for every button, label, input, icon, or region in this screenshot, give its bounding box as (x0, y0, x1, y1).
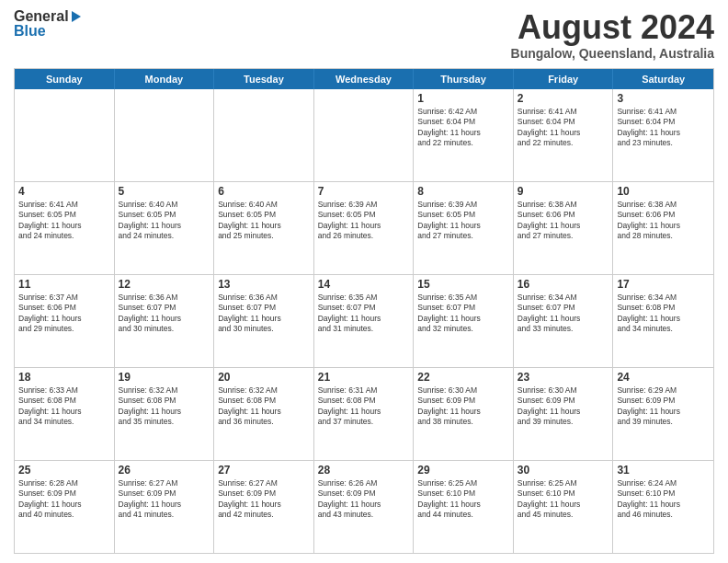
day-details: Sunrise: 6:40 AM Sunset: 6:05 PM Dayligh… (218, 200, 310, 242)
day-details: Sunrise: 6:27 AM Sunset: 6:09 PM Dayligh… (218, 478, 310, 521)
day-number: 14 (318, 278, 410, 291)
day-number: 31 (617, 464, 710, 477)
calendar-body: 1Sunrise: 6:42 AM Sunset: 6:04 PM Daylig… (15, 89, 713, 553)
calendar-cell: 30Sunrise: 6:25 AM Sunset: 6:10 PM Dayli… (514, 461, 614, 553)
calendar-header: SundayMondayTuesdayWednesdayThursdayFrid… (15, 69, 713, 89)
day-number: 15 (417, 278, 509, 291)
calendar-cell: 28Sunrise: 6:26 AM Sunset: 6:09 PM Dayli… (314, 461, 415, 553)
day-details: Sunrise: 6:39 AM Sunset: 6:05 PM Dayligh… (318, 200, 410, 242)
weekday-header-thursday: Thursday (414, 69, 514, 89)
day-number: 26 (119, 464, 210, 477)
day-details: Sunrise: 6:32 AM Sunset: 6:08 PM Dayligh… (218, 385, 310, 428)
day-number: 27 (218, 464, 310, 477)
calendar: SundayMondayTuesdayWednesdayThursdayFrid… (14, 68, 714, 554)
day-number: 24 (617, 371, 710, 384)
day-number: 25 (18, 464, 110, 477)
logo-blue-text: Blue (14, 24, 81, 39)
day-details: Sunrise: 6:31 AM Sunset: 6:08 PM Dayligh… (318, 385, 410, 428)
day-number: 20 (218, 371, 310, 384)
calendar-week-1: 1Sunrise: 6:42 AM Sunset: 6:04 PM Daylig… (15, 89, 713, 182)
day-number: 21 (318, 371, 410, 384)
day-details: Sunrise: 6:34 AM Sunset: 6:08 PM Dayligh… (617, 293, 710, 335)
calendar-cell: 14Sunrise: 6:35 AM Sunset: 6:07 PM Dayli… (314, 275, 415, 367)
day-number: 2 (518, 92, 609, 105)
day-number: 16 (518, 278, 609, 291)
day-number: 8 (417, 185, 509, 198)
calendar-cell: 24Sunrise: 6:29 AM Sunset: 6:09 PM Dayli… (613, 368, 713, 460)
day-details: Sunrise: 6:34 AM Sunset: 6:07 PM Dayligh… (518, 293, 609, 335)
day-number: 30 (518, 464, 609, 477)
weekday-header-saturday: Saturday (613, 69, 713, 89)
logo-general-text: General (14, 9, 69, 24)
day-details: Sunrise: 6:30 AM Sunset: 6:09 PM Dayligh… (518, 385, 609, 428)
day-number: 9 (518, 185, 609, 198)
page: General Blue August 2024 Bungalow, Queen… (0, 0, 728, 563)
calendar-cell: 8Sunrise: 6:39 AM Sunset: 6:05 PM Daylig… (414, 182, 514, 274)
day-details: Sunrise: 6:26 AM Sunset: 6:09 PM Dayligh… (318, 478, 410, 521)
day-details: Sunrise: 6:38 AM Sunset: 6:06 PM Dayligh… (518, 200, 609, 242)
day-number: 6 (218, 185, 310, 198)
calendar-cell: 10Sunrise: 6:38 AM Sunset: 6:06 PM Dayli… (613, 182, 713, 274)
day-details: Sunrise: 6:25 AM Sunset: 6:10 PM Dayligh… (417, 478, 509, 521)
calendar-cell: 25Sunrise: 6:28 AM Sunset: 6:09 PM Dayli… (15, 461, 115, 553)
day-details: Sunrise: 6:41 AM Sunset: 6:05 PM Dayligh… (18, 200, 110, 242)
day-details: Sunrise: 6:41 AM Sunset: 6:04 PM Dayligh… (518, 107, 609, 149)
day-details: Sunrise: 6:24 AM Sunset: 6:10 PM Dayligh… (617, 478, 710, 521)
day-number: 7 (318, 185, 410, 198)
calendar-cell: 23Sunrise: 6:30 AM Sunset: 6:09 PM Dayli… (514, 368, 614, 460)
calendar-cell (214, 89, 314, 181)
day-details: Sunrise: 6:42 AM Sunset: 6:04 PM Dayligh… (417, 107, 509, 149)
day-number: 17 (617, 278, 710, 291)
calendar-week-3: 11Sunrise: 6:37 AM Sunset: 6:06 PM Dayli… (15, 275, 713, 368)
day-details: Sunrise: 6:36 AM Sunset: 6:07 PM Dayligh… (218, 293, 310, 335)
calendar-cell: 1Sunrise: 6:42 AM Sunset: 6:04 PM Daylig… (414, 89, 514, 181)
calendar-cell: 13Sunrise: 6:36 AM Sunset: 6:07 PM Dayli… (214, 275, 314, 367)
calendar-cell: 31Sunrise: 6:24 AM Sunset: 6:10 PM Dayli… (613, 461, 713, 553)
calendar-cell: 11Sunrise: 6:37 AM Sunset: 6:06 PM Dayli… (15, 275, 115, 367)
calendar-cell: 16Sunrise: 6:34 AM Sunset: 6:07 PM Dayli… (514, 275, 614, 367)
calendar-cell: 4Sunrise: 6:41 AM Sunset: 6:05 PM Daylig… (15, 182, 115, 274)
day-number: 11 (18, 278, 110, 291)
calendar-cell: 15Sunrise: 6:35 AM Sunset: 6:07 PM Dayli… (414, 275, 514, 367)
day-number: 10 (617, 185, 710, 198)
day-number: 19 (119, 371, 210, 384)
calendar-cell: 29Sunrise: 6:25 AM Sunset: 6:10 PM Dayli… (414, 461, 514, 553)
day-number: 18 (18, 371, 110, 384)
calendar-cell (115, 89, 215, 181)
day-details: Sunrise: 6:32 AM Sunset: 6:08 PM Dayligh… (119, 385, 210, 428)
calendar-cell: 3Sunrise: 6:41 AM Sunset: 6:04 PM Daylig… (613, 89, 713, 181)
day-number: 13 (218, 278, 310, 291)
day-details: Sunrise: 6:40 AM Sunset: 6:05 PM Dayligh… (119, 200, 210, 242)
weekday-header-friday: Friday (514, 69, 614, 89)
day-details: Sunrise: 6:33 AM Sunset: 6:08 PM Dayligh… (18, 385, 110, 428)
day-number: 12 (119, 278, 210, 291)
calendar-cell: 19Sunrise: 6:32 AM Sunset: 6:08 PM Dayli… (115, 368, 215, 460)
day-details: Sunrise: 6:28 AM Sunset: 6:09 PM Dayligh… (18, 478, 110, 521)
day-number: 29 (417, 464, 509, 477)
day-details: Sunrise: 6:39 AM Sunset: 6:05 PM Dayligh… (417, 200, 509, 242)
weekday-header-tuesday: Tuesday (214, 69, 314, 89)
day-details: Sunrise: 6:35 AM Sunset: 6:07 PM Dayligh… (417, 293, 509, 335)
calendar-cell (314, 89, 415, 181)
weekday-header-monday: Monday (115, 69, 215, 89)
calendar-cell: 17Sunrise: 6:34 AM Sunset: 6:08 PM Dayli… (613, 275, 713, 367)
day-details: Sunrise: 6:29 AM Sunset: 6:09 PM Dayligh… (617, 385, 710, 428)
calendar-cell: 18Sunrise: 6:33 AM Sunset: 6:08 PM Dayli… (15, 368, 115, 460)
day-details: Sunrise: 6:25 AM Sunset: 6:10 PM Dayligh… (518, 478, 609, 521)
title-area: August 2024 Bungalow, Queensland, Austra… (511, 9, 714, 61)
calendar-cell: 20Sunrise: 6:32 AM Sunset: 6:08 PM Dayli… (214, 368, 314, 460)
day-details: Sunrise: 6:35 AM Sunset: 6:07 PM Dayligh… (318, 293, 410, 335)
weekday-header-wednesday: Wednesday (314, 69, 415, 89)
day-number: 22 (417, 371, 509, 384)
calendar-week-4: 18Sunrise: 6:33 AM Sunset: 6:08 PM Dayli… (15, 368, 713, 461)
day-details: Sunrise: 6:37 AM Sunset: 6:06 PM Dayligh… (18, 293, 110, 335)
logo-arrow-icon (72, 11, 81, 22)
logo: General Blue (14, 9, 81, 39)
calendar-cell: 12Sunrise: 6:36 AM Sunset: 6:07 PM Dayli… (115, 275, 215, 367)
day-number: 28 (318, 464, 410, 477)
calendar-cell: 6Sunrise: 6:40 AM Sunset: 6:05 PM Daylig… (214, 182, 314, 274)
calendar-cell: 2Sunrise: 6:41 AM Sunset: 6:04 PM Daylig… (514, 89, 614, 181)
day-number: 5 (119, 185, 210, 198)
calendar-cell: 7Sunrise: 6:39 AM Sunset: 6:05 PM Daylig… (314, 182, 415, 274)
day-number: 4 (18, 185, 110, 198)
